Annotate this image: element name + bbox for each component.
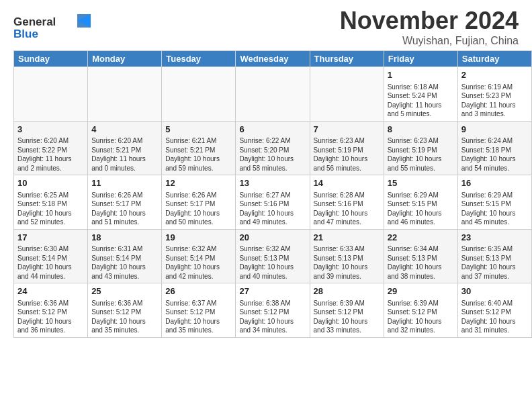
day-number: 23 [461, 232, 528, 244]
cell-info: Sunrise: 6:20 AM Sunset: 5:22 PM Dayligh… [17, 136, 84, 173]
day-number: 16 [461, 177, 528, 189]
cell-info: Sunrise: 6:25 AM Sunset: 5:18 PM Dayligh… [17, 191, 84, 227]
day-number: 26 [165, 285, 232, 298]
cal-cell: 25Sunrise: 6:36 AM Sunset: 5:12 PM Dayli… [88, 283, 162, 338]
cal-cell: 4Sunrise: 6:20 AM Sunset: 5:21 PM Daylig… [88, 121, 162, 175]
cal-cell: 6Sunrise: 6:22 AM Sunset: 5:20 PM Daylig… [236, 121, 310, 175]
day-number: 3 [17, 124, 84, 136]
cal-cell: 14Sunrise: 6:28 AM Sunset: 5:16 PM Dayli… [310, 175, 384, 230]
cal-cell [162, 67, 236, 122]
month-title: November 2024 [340, 7, 519, 35]
cell-info: Sunrise: 6:27 AM Sunset: 5:16 PM Dayligh… [239, 191, 306, 227]
calendar-table: SundayMondayTuesdayWednesdayThursdayFrid… [13, 50, 532, 338]
day-header-sunday: Sunday [14, 51, 88, 67]
cell-info: Sunrise: 6:37 AM Sunset: 5:12 PM Dayligh… [165, 299, 232, 335]
cal-cell: 26Sunrise: 6:37 AM Sunset: 5:12 PM Dayli… [162, 283, 236, 338]
cal-cell: 12Sunrise: 6:26 AM Sunset: 5:17 PM Dayli… [162, 175, 236, 230]
cal-cell: 3Sunrise: 6:20 AM Sunset: 5:22 PM Daylig… [14, 121, 88, 175]
day-number: 5 [165, 124, 232, 136]
cal-cell [14, 67, 88, 122]
cell-info: Sunrise: 6:23 AM Sunset: 5:19 PM Dayligh… [388, 136, 454, 173]
cal-cell: 13Sunrise: 6:27 AM Sunset: 5:16 PM Dayli… [236, 175, 310, 230]
day-header-friday: Friday [384, 51, 457, 67]
cal-cell: 30Sunrise: 6:40 AM Sunset: 5:12 PM Dayli… [457, 283, 531, 338]
day-header-saturday: Saturday [457, 51, 531, 67]
logo-text: General Blue [13, 11, 94, 44]
day-header-monday: Monday [88, 51, 162, 67]
day-number: 22 [388, 232, 454, 244]
cell-info: Sunrise: 6:35 AM Sunset: 5:13 PM Dayligh… [461, 244, 528, 281]
day-number: 24 [17, 285, 84, 298]
cal-cell: 8Sunrise: 6:23 AM Sunset: 5:19 PM Daylig… [384, 121, 457, 175]
cell-info: Sunrise: 6:33 AM Sunset: 5:13 PM Dayligh… [314, 244, 380, 281]
day-number: 29 [388, 285, 454, 298]
cell-info: Sunrise: 6:31 AM Sunset: 5:14 PM Dayligh… [91, 244, 158, 281]
day-number: 15 [388, 177, 454, 189]
day-number: 19 [165, 232, 232, 244]
day-header-thursday: Thursday [310, 51, 384, 67]
week-row-2: 3Sunrise: 6:20 AM Sunset: 5:22 PM Daylig… [14, 121, 532, 175]
cell-info: Sunrise: 6:30 AM Sunset: 5:14 PM Dayligh… [17, 244, 84, 281]
day-number: 4 [91, 124, 158, 136]
week-row-5: 24Sunrise: 6:36 AM Sunset: 5:12 PM Dayli… [14, 283, 532, 338]
cell-info: Sunrise: 6:40 AM Sunset: 5:12 PM Dayligh… [461, 299, 528, 335]
cal-cell: 10Sunrise: 6:25 AM Sunset: 5:18 PM Dayli… [14, 175, 88, 230]
cal-cell: 18Sunrise: 6:31 AM Sunset: 5:14 PM Dayli… [88, 229, 162, 283]
week-row-4: 17Sunrise: 6:30 AM Sunset: 5:14 PM Dayli… [14, 229, 532, 283]
cell-info: Sunrise: 6:32 AM Sunset: 5:13 PM Dayligh… [239, 244, 306, 281]
day-number: 7 [314, 124, 380, 136]
cal-cell: 29Sunrise: 6:39 AM Sunset: 5:12 PM Dayli… [384, 283, 457, 338]
day-number: 12 [165, 177, 232, 189]
day-header-row: SundayMondayTuesdayWednesdayThursdayFrid… [14, 51, 532, 67]
cell-info: Sunrise: 6:36 AM Sunset: 5:12 PM Dayligh… [91, 299, 158, 335]
cell-info: Sunrise: 6:24 AM Sunset: 5:18 PM Dayligh… [461, 136, 528, 173]
page-header: General Blue November 2024 Wuyishan, Fuj… [0, 0, 532, 50]
day-number: 20 [239, 232, 306, 244]
cal-cell: 9Sunrise: 6:24 AM Sunset: 5:18 PM Daylig… [457, 121, 531, 175]
cal-cell [310, 67, 384, 122]
location: Wuyishan, Fujian, China [340, 35, 519, 47]
cell-info: Sunrise: 6:28 AM Sunset: 5:16 PM Dayligh… [314, 191, 380, 227]
cell-info: Sunrise: 6:26 AM Sunset: 5:17 PM Dayligh… [165, 191, 232, 227]
cal-cell: 24Sunrise: 6:36 AM Sunset: 5:12 PM Dayli… [14, 283, 88, 338]
cal-cell: 19Sunrise: 6:32 AM Sunset: 5:14 PM Dayli… [162, 229, 236, 283]
svg-text:General: General [13, 15, 56, 28]
cell-info: Sunrise: 6:29 AM Sunset: 5:15 PM Dayligh… [461, 191, 528, 227]
cell-info: Sunrise: 6:32 AM Sunset: 5:14 PM Dayligh… [165, 244, 232, 281]
day-number: 11 [91, 177, 158, 189]
day-number: 17 [17, 232, 84, 244]
cal-cell: 2Sunrise: 6:19 AM Sunset: 5:23 PM Daylig… [457, 67, 531, 122]
day-number: 2 [461, 69, 528, 81]
cal-cell: 23Sunrise: 6:35 AM Sunset: 5:13 PM Dayli… [457, 229, 531, 283]
cell-info: Sunrise: 6:29 AM Sunset: 5:15 PM Dayligh… [388, 191, 454, 227]
logo: General Blue [13, 11, 94, 44]
cell-info: Sunrise: 6:18 AM Sunset: 5:24 PM Dayligh… [388, 83, 454, 119]
day-number: 25 [91, 285, 158, 298]
cal-cell: 11Sunrise: 6:26 AM Sunset: 5:17 PM Dayli… [88, 175, 162, 230]
cal-cell: 17Sunrise: 6:30 AM Sunset: 5:14 PM Dayli… [14, 229, 88, 283]
cal-cell: 27Sunrise: 6:38 AM Sunset: 5:12 PM Dayli… [236, 283, 310, 338]
week-row-3: 10Sunrise: 6:25 AM Sunset: 5:18 PM Dayli… [14, 175, 532, 230]
cal-cell [88, 67, 162, 122]
day-number: 13 [239, 177, 306, 189]
cell-info: Sunrise: 6:38 AM Sunset: 5:12 PM Dayligh… [239, 299, 306, 335]
cal-cell: 28Sunrise: 6:39 AM Sunset: 5:12 PM Dayli… [310, 283, 384, 338]
cell-info: Sunrise: 6:19 AM Sunset: 5:23 PM Dayligh… [461, 83, 528, 119]
cal-cell: 7Sunrise: 6:23 AM Sunset: 5:19 PM Daylig… [310, 121, 384, 175]
day-number: 27 [239, 285, 306, 298]
week-row-1: 1Sunrise: 6:18 AM Sunset: 5:24 PM Daylig… [14, 67, 532, 122]
cal-cell: 20Sunrise: 6:32 AM Sunset: 5:13 PM Dayli… [236, 229, 310, 283]
day-number: 30 [461, 285, 528, 298]
cal-cell: 21Sunrise: 6:33 AM Sunset: 5:13 PM Dayli… [310, 229, 384, 283]
cell-info: Sunrise: 6:39 AM Sunset: 5:12 PM Dayligh… [388, 299, 454, 335]
calendar-wrapper: SundayMondayTuesdayWednesdayThursdayFrid… [0, 50, 532, 341]
day-number: 10 [17, 177, 84, 189]
cal-cell: 1Sunrise: 6:18 AM Sunset: 5:24 PM Daylig… [384, 67, 457, 122]
day-number: 9 [461, 124, 528, 136]
cal-cell [236, 67, 310, 122]
day-number: 21 [314, 232, 380, 244]
day-number: 14 [314, 177, 380, 189]
cal-cell: 16Sunrise: 6:29 AM Sunset: 5:15 PM Dayli… [457, 175, 531, 230]
day-number: 6 [239, 124, 306, 136]
title-block: November 2024 Wuyishan, Fujian, China [340, 7, 519, 47]
